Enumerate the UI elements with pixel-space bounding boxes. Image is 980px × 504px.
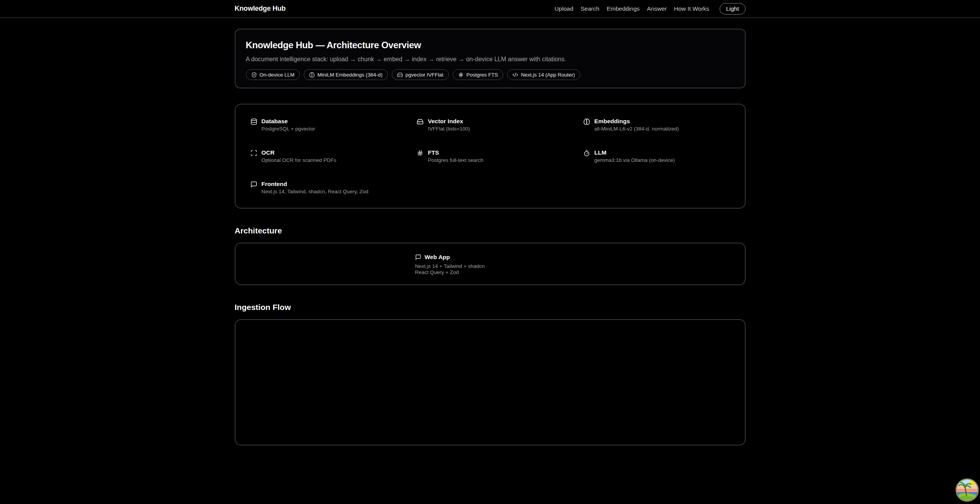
timer-icon: [583, 150, 590, 157]
card-subtitle: Next.js 14, Tailwind, shadcn, React Quer…: [262, 189, 368, 195]
stack-card-fts: FTS Postgres full-text search: [412, 146, 568, 166]
shield-check-icon: [251, 72, 257, 78]
flow-node-web-app: Web AppNext.js 14 + Tailwind + shadcnRea…: [409, 251, 571, 278]
brain-icon: [583, 118, 590, 125]
nav-link-upload[interactable]: Upload: [555, 5, 573, 12]
badge-label: Next.js 14 (App Router): [521, 72, 575, 78]
main-content: Knowledge Hub — Architecture Overview A …: [235, 18, 746, 445]
card-title: Embeddings: [594, 117, 679, 125]
ingestion-flow-panel: [235, 319, 746, 445]
brain-icon: [309, 72, 315, 78]
section-ingestion-flow: Ingestion Flow: [235, 303, 746, 445]
card-subtitle: Optional OCR for scanned PDFs: [262, 157, 337, 163]
page-subtitle: A document intelligence stack: upload → …: [246, 56, 735, 63]
nav-links: UploadSearchEmbeddingsAnswerHow It Works…: [555, 3, 746, 15]
architecture-flow-panel: Web AppNext.js 14 + Tailwind + shadcnRea…: [235, 243, 746, 285]
card-subtitle: Postgres full-text search: [428, 157, 483, 163]
badge-label: Postgres FTS: [466, 72, 498, 78]
card-subtitle: IVFFlat (lists=100): [428, 126, 470, 132]
stack-card-vector-index: Vector Index IVFFlat (lists=100): [412, 114, 568, 135]
message-square-icon: [250, 181, 257, 188]
section-heading-architecture: Architecture: [235, 226, 746, 235]
theme-toggle-button[interactable]: Light: [720, 3, 746, 15]
badge-postgres-fts: Postgres FTS: [453, 69, 504, 80]
badge-label: MiniLM Embeddings (384-d): [317, 72, 383, 78]
stack-card-frontend: Frontend Next.js 14, Tailwind, shadcn, R…: [245, 177, 402, 198]
flow-node-line: React Query + Zod: [415, 269, 565, 276]
card-subtitle: gemma3:1b via Ollama (on-device): [594, 157, 675, 163]
hash-icon: [417, 150, 424, 157]
hash-icon: [458, 72, 464, 78]
hero-card: Knowledge Hub — Architecture Overview A …: [235, 29, 746, 88]
hero-badges: On-device LLMMiniLM Embeddings (384-d)pg…: [246, 69, 735, 80]
hard-drive-icon: [417, 118, 424, 125]
card-title: LLM: [594, 149, 675, 157]
card-title: OCR: [262, 149, 337, 157]
badge-minilm-embeddings-384-d: MiniLM Embeddings (384-d): [304, 69, 388, 80]
card-subtitle: PostgreSQL + pgvector: [262, 126, 315, 132]
card-title: Frontend: [262, 180, 368, 188]
badge-on-device-llm: On-device LLM: [246, 69, 300, 80]
card-title: FTS: [428, 149, 483, 157]
scan-icon: [250, 150, 257, 157]
stack-card-ocr: OCR Optional OCR for scanned PDFs: [245, 146, 402, 166]
nav-link-search[interactable]: Search: [581, 5, 599, 12]
badge-next-js-14-app-router: Next.js 14 (App Router): [507, 69, 580, 80]
badge-label: On-device LLM: [260, 72, 295, 78]
brand-title[interactable]: Knowledge Hub: [235, 5, 286, 13]
badge-pgvector-ivfflat: pgvector IVFFlat: [392, 69, 449, 80]
card-title: Vector Index: [428, 117, 470, 125]
message-square-icon: [415, 254, 421, 260]
stack-card-llm: LLM gemma3:1b via Ollama (on-device): [578, 146, 735, 166]
card-title: Database: [262, 117, 315, 125]
flow-node-title: Web App: [425, 254, 450, 261]
section-heading-ingestion-flow: Ingestion Flow: [235, 303, 746, 312]
page-title: Knowledge Hub — Architecture Overview: [246, 40, 735, 51]
badge-label: pgvector IVFFlat: [406, 72, 443, 78]
database-icon: [250, 118, 257, 125]
nav-link-answer[interactable]: Answer: [647, 5, 667, 12]
nav-link-how-it-works[interactable]: How It Works: [674, 5, 709, 12]
hard-drive-icon: [397, 72, 403, 78]
stack-card-database: Database PostgreSQL + pgvector: [245, 114, 402, 135]
section-architecture: Architecture Web AppNext.js 14 + Tailwin…: [235, 226, 746, 285]
code-icon: [512, 72, 518, 78]
page: { "nav": { "brand": "Knowledge Hub", "li…: [0, 0, 980, 504]
island-overlay-icon[interactable]: [955, 478, 979, 502]
top-nav: Knowledge Hub UploadSearchEmbeddingsAnsw…: [0, 0, 980, 18]
stack-card-embeddings: Embeddings all-MiniLM-L6-v2 (384-d, norm…: [578, 114, 735, 135]
card-subtitle: all-MiniLM-L6-v2 (384-d, normalized): [594, 126, 679, 132]
nav-link-embeddings[interactable]: Embeddings: [607, 5, 640, 12]
stack-cards-panel: Database PostgreSQL + pgvectorVector Ind…: [235, 104, 746, 209]
flow-node-line: Next.js 14 + Tailwind + shadcn: [415, 263, 565, 269]
